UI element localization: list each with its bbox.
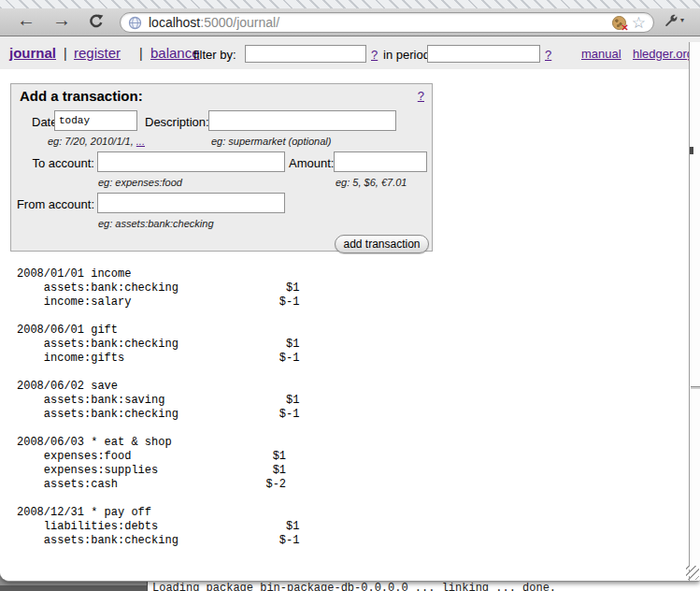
from-account-hint: eg: assets:bank:checking [98,218,214,229]
description-hint: eg: supermarket (optional) [211,136,331,147]
menu-caret: ▾ [680,16,684,24]
wrench-menu-button[interactable]: ▾ [664,13,684,27]
cookie-blocked-x: ✕ [621,22,628,33]
window-top-stripes[interactable] [0,0,700,8]
forward-button[interactable]: → [52,9,71,31]
amount-input[interactable] [334,151,427,172]
form-title: Add a transaction: [20,88,143,104]
scrollbar-divider [691,386,700,389]
omnibox[interactable]: localhost:5000/journal/ ✕ ☆ [120,12,654,33]
amount-label: Amount: [289,156,334,170]
from-account-label: From account: [11,197,94,211]
to-account-hint: eg: expenses:food [98,177,182,188]
add-transaction-form: Add a transaction: ? Date: Description: … [10,83,433,252]
tab-register[interactable]: register [74,45,121,61]
nav-separator-1: | [64,46,67,61]
page: journal | register | balance filter by: … [0,36,700,582]
add-transaction-button[interactable]: add transaction [335,235,429,253]
nav-separator-2: | [139,46,143,61]
back-button[interactable]: ← [17,9,36,31]
period-label: in period: [383,48,433,62]
tab-journal[interactable]: journal [9,45,56,61]
amount-hint: eg: 5, $6, €7.01 [336,177,407,188]
to-account-input[interactable] [97,151,285,172]
date-hint-more-link[interactable]: ... [136,136,145,147]
tab-balance[interactable]: balance [150,45,200,61]
bookmark-star-icon[interactable]: ☆ [632,15,646,31]
navbar: journal | register | balance filter by: … [0,36,700,69]
journal-text: 2008/01/01 income assets:bank:checking $… [17,267,299,548]
scrollbar-notch [690,147,693,154]
site-link[interactable]: hledger.org [633,47,693,61]
cookie-blocked-icon[interactable]: ✕ [612,16,626,30]
wrench-icon [664,13,678,27]
filter-help-link[interactable]: ? [371,48,378,62]
date-hint-text: eg: 7/20, 2010/1/1, [48,136,136,147]
manual-link[interactable]: manual [581,47,621,61]
desktop-strip [0,585,147,591]
url-host: localhost [149,15,200,30]
filter-input[interactable] [245,45,366,63]
period-input[interactable] [427,45,540,63]
url-path: :5000/journal/ [200,15,279,30]
reload-button[interactable] [88,13,105,34]
scrollbar-strip[interactable] [689,42,700,582]
description-label: Description: [145,115,209,129]
form-help-link[interactable]: ? [418,89,424,103]
description-input[interactable] [208,110,396,131]
date-hint: eg: 7/20, 2010/1/1, ... [48,136,145,147]
browser-toolbar: ← → localhost:5000/journal/ ✕ ☆ [0,8,700,36]
filter-label: filter by: [193,48,236,62]
browser-window: ← → localhost:5000/journal/ ✕ ☆ [0,0,700,582]
to-account-label: To account: [11,156,94,170]
from-account-input[interactable] [97,193,285,213]
period-help-link[interactable]: ? [545,48,551,62]
date-input[interactable] [54,110,137,131]
resize-grip[interactable] [686,566,699,580]
globe-icon [128,16,142,30]
reload-icon [88,13,105,30]
terminal-output-line: Loading package bin-package-db-0.0.0.0 .… [152,582,556,591]
